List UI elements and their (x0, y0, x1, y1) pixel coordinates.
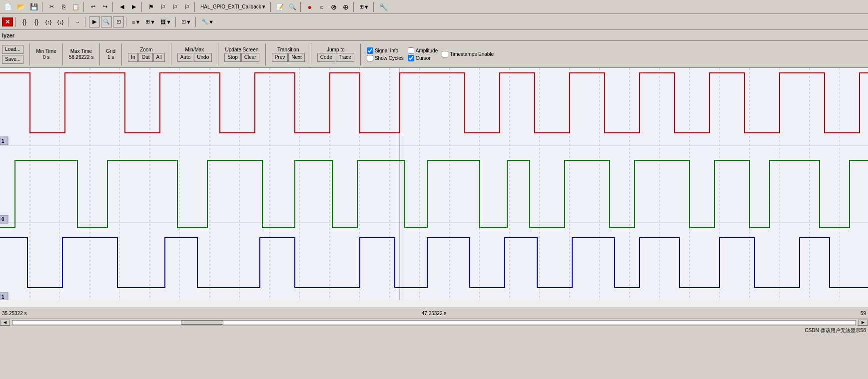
toolbar2-sep6 (195, 17, 197, 27)
record-button[interactable]: ● (304, 1, 315, 12)
load-save-group: Load... Save... (2, 45, 23, 64)
toolbar-row2: ✕ {} {} {↑} {↓} → ▶ 🔍 ⊡ ≡ ▼ ⊞ ▼ 🖼 ▼ ⊡ ▼ (0, 14, 868, 30)
brace3-icon: {↑} (45, 19, 52, 25)
cursor-checkbox[interactable] (408, 55, 414, 61)
timeline-left-marker: 35.25322 s (2, 311, 27, 316)
jump-trace-button[interactable]: Trace (336, 53, 354, 62)
toolbar-sep8 (353, 2, 355, 12)
scrollbar-area: ◀ ▶ (0, 319, 868, 326)
bookmark4-button[interactable]: ⚐ (181, 1, 192, 12)
image-button[interactable]: 🖼 ▼ (158, 16, 173, 27)
arrow-button[interactable]: → (72, 16, 83, 27)
view-button[interactable]: ⊞ ▼ (357, 1, 371, 12)
toolbar2-sep3 (85, 17, 87, 27)
signal-info-checkbox[interactable] (367, 47, 373, 54)
channel-button[interactable]: ⊡ ▼ (179, 16, 193, 27)
open-icon: 📂 (17, 3, 25, 10)
stop-button[interactable]: ○ (316, 1, 327, 12)
update-stop-button[interactable]: Stop (224, 53, 241, 62)
brace1-button[interactable]: {} (19, 16, 30, 27)
signal-info-label: Signal Info (375, 48, 398, 53)
table-dropdown: ▼ (150, 19, 155, 25)
run2-button[interactable]: ▶ (89, 16, 100, 27)
table-button[interactable]: ⊞ ▼ (143, 16, 157, 27)
scrollbar-track[interactable] (12, 320, 856, 325)
zoom-in-button[interactable]: In (128, 53, 138, 62)
redo-button[interactable]: ↪ (99, 1, 110, 12)
settings-button[interactable]: 🔧 (377, 1, 390, 12)
waveform-area[interactable]: 1 0 1 (0, 68, 868, 308)
bookmark1-button[interactable]: ⚑ (145, 1, 156, 12)
toolbar2-sep5 (175, 17, 177, 27)
toolbar-sep1 (42, 2, 44, 12)
ctrl-sep2 (62, 43, 63, 65)
connect-button[interactable]: ⊗ (328, 1, 339, 12)
toolbar-sep4 (141, 2, 143, 12)
waveform-svg: 1 0 1 (0, 68, 868, 300)
toolbar-sep9 (373, 2, 375, 12)
checkbox-group3: Timestamps Enable (442, 51, 494, 57)
signal-info-item: Signal Info (367, 47, 404, 54)
jump-to-label: Jump to (327, 47, 345, 52)
forward-button[interactable]: ▶ (128, 1, 139, 12)
minmax-label: Min/Max (185, 47, 204, 52)
svg-text:0: 0 (1, 217, 4, 222)
ctrl-sep7 (265, 43, 266, 65)
open-button[interactable]: 📂 (15, 1, 27, 12)
minmax-auto-button[interactable]: Auto (177, 53, 194, 62)
run-button[interactable]: HAL_GPIO_EXTI_Callback ▼ (198, 1, 268, 12)
scroll-left-button[interactable]: ◀ (0, 320, 10, 326)
zoom-label: Zoom (140, 47, 153, 52)
brace4-button[interactable]: {↓} (55, 16, 66, 27)
max-time-label: Max Time (70, 48, 92, 54)
list-button[interactable]: ≡ ▼ (130, 16, 142, 27)
view-icon: ⊞ (359, 3, 364, 10)
timestamps-checkbox[interactable] (442, 51, 448, 57)
list-dropdown: ▼ (135, 19, 140, 25)
export-button[interactable]: 🔧 ▼ (199, 16, 216, 27)
brace1-icon: {} (22, 18, 27, 25)
transition-prev-button[interactable]: Prev (272, 53, 288, 62)
jump-code-button[interactable]: Code (317, 53, 335, 62)
brace3-button[interactable]: {↑} (43, 16, 54, 27)
search-button[interactable]: 🔍 (287, 1, 298, 12)
status-bar: CSDN @该用户无法显示58 (0, 326, 868, 335)
bookmark1-icon: ⚑ (148, 3, 154, 10)
load-button[interactable]: Load... (2, 45, 23, 54)
show-cycles-checkbox[interactable] (367, 55, 373, 61)
new-button[interactable]: 📄 (2, 1, 14, 12)
grid-button[interactable]: ⊡ (113, 16, 124, 27)
bookmark3-button[interactable]: ⚐ (169, 1, 180, 12)
cut-button[interactable]: ✂ (46, 1, 57, 12)
svg-text:1: 1 (1, 294, 4, 300)
minmax-undo-button[interactable]: Undo (194, 53, 212, 62)
scrollbar-thumb[interactable] (181, 321, 223, 325)
undo-button[interactable]: ↩ (87, 1, 98, 12)
bookmark2-button[interactable]: ⚐ (157, 1, 168, 12)
update-screen-group: Update Screen Stop Clear (224, 47, 259, 62)
toolbar-sep2 (83, 2, 85, 12)
new-icon: 📄 (4, 3, 12, 10)
brace2-button[interactable]: {} (31, 16, 42, 27)
back-button[interactable]: ◀ (116, 1, 127, 12)
timestamps-label: Timestamps Enable (450, 51, 494, 57)
save-ctrl-button[interactable]: Save... (2, 55, 23, 64)
zoom-out-button[interactable]: Out (138, 53, 152, 62)
paste-icon: 📋 (72, 3, 79, 10)
scroll-right-button[interactable]: ▶ (858, 320, 868, 326)
transition-next-button[interactable]: Next (288, 53, 305, 62)
amplitude-checkbox[interactable] (408, 47, 414, 54)
paste-button[interactable]: 📋 (70, 1, 81, 12)
zoom-button[interactable]: 🔍 (101, 16, 112, 27)
save-button[interactable]: 💾 (28, 1, 40, 12)
zoom-all-button[interactable]: All (153, 53, 165, 62)
minmax-buttons: Auto Undo (177, 53, 212, 62)
close-button[interactable]: ✕ (2, 17, 13, 26)
back-icon: ◀ (120, 3, 124, 10)
checkbox-group: Signal Info Show Cycles (367, 47, 404, 61)
update-clear-button[interactable]: Clear (241, 53, 259, 62)
timeline-mid-marker: 47.25322 s (422, 311, 447, 316)
editor-button[interactable]: 📝 (274, 1, 286, 12)
disconnect-button[interactable]: ⊕ (340, 1, 351, 12)
copy-button[interactable]: ⎘ (58, 1, 69, 12)
